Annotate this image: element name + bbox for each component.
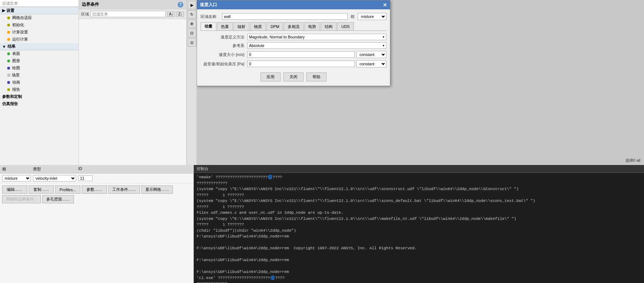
supersonic-row: 超音速/初始化表压 [Pa] constant [201, 60, 386, 67]
boundary-conditions-panel: 边界条件 ? 区域 A↓ Z↓ [79, 0, 187, 165]
tab-electric[interactable]: 电势 [304, 22, 320, 30]
boundary-help-button[interactable]: ? [178, 2, 183, 8]
boundary-filter-area: 区域 A↓ Z↓ [79, 9, 186, 19]
tab-species[interactable]: 物质 [250, 22, 266, 30]
tab-dpm[interactable]: DPM [267, 22, 283, 30]
item-icon [7, 24, 10, 27]
sidebar-item-graph[interactable]: 图形 [0, 57, 79, 65]
sidebar-item-sim-report[interactable]: 仿真报告 [0, 100, 79, 108]
velocity-magnitude-input[interactable] [247, 51, 355, 58]
item-icon [7, 81, 10, 84]
sidebar-item-plot[interactable]: 绘图 [0, 65, 79, 72]
sidebar-section-settings[interactable]: ▶ 设置 [0, 7, 79, 14]
rotate-tool-button[interactable]: ↻ [188, 10, 196, 19]
supersonic-input[interactable] [247, 61, 355, 67]
sidebar-section-results[interactable]: ▼ 结果 [0, 43, 79, 50]
left-sidebar: ▶ 设置 网格自适应 初始化 计算设置 运行计算 ▼ 结果 [0, 0, 79, 165]
row-id-input[interactable] [78, 175, 93, 181]
periodic-button[interactable]: 周期性边界条件... [2, 195, 41, 203]
velocity-magnitude-label: 速度大小 [m/s] [201, 52, 247, 57]
boundary-header: 边界条件 ? [79, 0, 186, 9]
sidebar-item-surface[interactable]: 表面 [0, 50, 79, 57]
phase-select[interactable]: mixture [358, 13, 386, 20]
edit-button[interactable]: 编辑…… [2, 185, 27, 194]
bc-panel-header: 相 类型 ID [0, 165, 193, 174]
filter-input[interactable] [0, 0, 79, 7]
item-icon [7, 60, 10, 62]
velocity-method-select[interactable]: Magnitude, Normal to Boundary Magnitude,… [247, 34, 386, 40]
item-label: 运行计算 [12, 37, 28, 42]
sup-unit-select[interactable]: constant [356, 60, 386, 67]
select-tool-button[interactable]: ▶ [188, 1, 196, 9]
reference-frame-label: 参考系 [201, 43, 247, 48]
reference-frame-select[interactable]: Absolute Relative to Adjacent Cell Zone [247, 42, 386, 49]
boundary-header-left: 边界条件 [82, 1, 99, 8]
tab-motion[interactable]: 动量 [201, 22, 216, 30]
sidebar-item-animation[interactable]: 动画 [0, 79, 79, 86]
dialog-content: 区域名称 相 mixture 动量 热量 [197, 9, 390, 86]
console-content[interactable]: 'nmake' ??????????????????????🌀???? ????… [194, 173, 644, 283]
dialog-close-button[interactable]: ✕ [383, 2, 387, 8]
sidebar-item-run[interactable]: 运行计算 [0, 36, 79, 43]
row-type-select[interactable]: velocity-inlet [33, 175, 76, 181]
vm-unit-select-wrapper: constant [355, 51, 386, 58]
tab-radiation[interactable]: 辐射 [234, 22, 249, 30]
item-icon [7, 67, 10, 70]
porous-button[interactable]: 多孔壁面…… [42, 195, 74, 203]
tab-heat[interactable]: 热量 [217, 22, 233, 30]
show-mesh-button[interactable]: 显示网格…… [141, 185, 173, 194]
item-icon [7, 38, 10, 41]
sort-za-button[interactable]: Z↓ [177, 11, 184, 17]
item-icon [7, 31, 10, 34]
sort-az-button[interactable]: A↓ [167, 11, 175, 17]
profiles-button[interactable]: Profiles... [55, 185, 80, 194]
supersonic-label: 超音速/初始化表压 [Pa] [201, 61, 247, 67]
section-label: 结果 [8, 44, 15, 49]
help-button[interactable]: 帮助 [306, 72, 326, 81]
item-label: 场景 [12, 72, 20, 78]
zoom-tool-button[interactable]: ⊕ [188, 19, 196, 28]
zone-label: 区域 [81, 11, 89, 17]
sidebar-item-calc-settings[interactable]: 计算设置 [0, 29, 79, 36]
apply-button[interactable]: 应用 [260, 72, 281, 81]
item-label: 报告 [12, 87, 20, 92]
item-icon [7, 88, 10, 91]
item-icon [7, 16, 10, 19]
copy-button[interactable]: 复制…… [29, 185, 54, 194]
tab-structure[interactable]: 结构 [321, 22, 337, 30]
dialog-footer: 应用 关闭 帮助 [201, 70, 386, 82]
reference-frame-select-wrapper: Absolute Relative to Adjacent Cell Zone [247, 42, 386, 49]
item-label: 初始化 [12, 22, 24, 28]
col-id: ID [78, 166, 93, 172]
sidebar-filter[interactable] [0, 0, 79, 7]
zone-filter-input[interactable] [90, 11, 166, 17]
item-label: 图形 [12, 58, 20, 63]
sidebar-item-params[interactable]: 参数和定制 [0, 93, 79, 100]
work-conditions-button[interactable]: 工作条件…… [108, 185, 140, 194]
bc-table-panel: 相 类型 ID mixture velocity-inlet 编辑…… [0, 165, 194, 283]
tab-multiphase[interactable]: 多相流 [284, 22, 304, 30]
sidebar-item-report[interactable]: 报告 [0, 86, 79, 93]
selection-info: 选择0 all [625, 158, 640, 163]
close-button[interactable]: 关闭 [283, 72, 304, 81]
sidebar-item-scene[interactable]: ⊞ 场景 [0, 72, 79, 79]
tab-uds[interactable]: UDS [337, 22, 353, 30]
boundary-title: 边界条件 [82, 1, 99, 8]
phase-label: 相 [351, 14, 358, 19]
console-header: 控制台 [194, 165, 644, 173]
console-panel: 控制台 'nmake' ??????????????????????🌀???? … [194, 165, 644, 283]
item-icon: ⊞ [7, 73, 10, 77]
bc-action-buttons: 编辑…… 复制…… Profiles... 参数…… 工作条件…… 显示网格……… [0, 183, 193, 206]
bc-table-row: mixture velocity-inlet [0, 174, 193, 183]
velocity-inlet-dialog: 速度入口 ✕ 区域名称 相 mixture [197, 0, 390, 86]
view-tool-button[interactable]: ◎ [188, 38, 196, 47]
row-phase-select[interactable]: mixture [2, 175, 31, 181]
params-button[interactable]: 参数…… [82, 185, 107, 194]
sidebar-item-init[interactable]: 初始化 [0, 22, 79, 29]
section-label: 设置 [6, 8, 14, 13]
vm-unit-select[interactable]: constant [356, 51, 386, 58]
zone-name-input[interactable] [222, 13, 348, 20]
velocity-method-label: 速度定义方法 [201, 34, 247, 40]
sidebar-item-mesh-adaptive[interactable]: 网格自适应 [0, 14, 79, 22]
fit-tool-button[interactable]: ⊡ [188, 29, 196, 37]
